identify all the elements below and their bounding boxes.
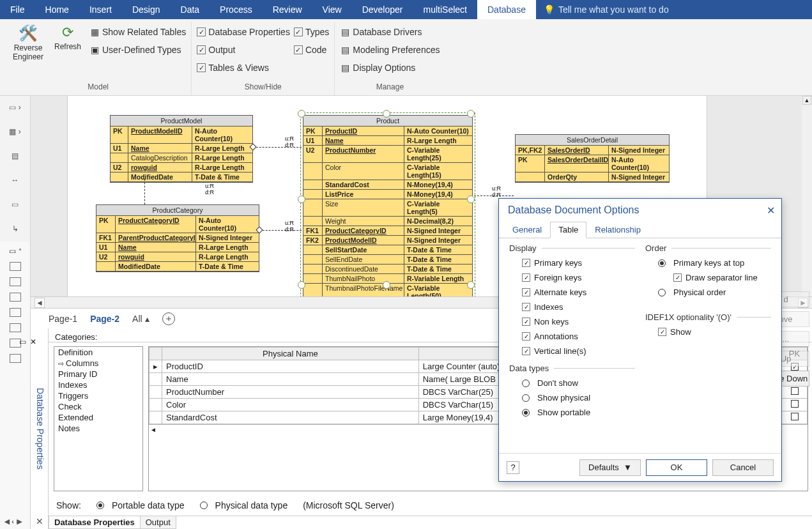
radio-show-physical[interactable]: Show physical [522, 393, 635, 402]
check-draw-separator[interactable]: ✓Draw separator line [673, 273, 771, 282]
entity-cell [303, 274, 323, 284]
reverse-engineer-button[interactable]: 🛠️ Reverse Engineer [10, 22, 46, 61]
menu-view[interactable]: View [312, 0, 352, 19]
toggle-tables-views[interactable]: ✓Tables & Views [197, 60, 290, 75]
tab-general[interactable]: General [504, 222, 550, 238]
category-item[interactable]: Definition [54, 347, 142, 358]
relationship-line[interactable] [144, 179, 145, 204]
entity-cell: C-Variable Length(25) [404, 146, 472, 163]
check-foreign-keys[interactable]: ✓Foreign keys [522, 273, 635, 282]
defaults-dropdown[interactable]: Defaults ▼ [579, 459, 641, 476]
menu-review[interactable]: Review [263, 0, 312, 19]
menu-home[interactable]: Home [35, 0, 79, 19]
category-item[interactable]: Primary ID [54, 369, 142, 379]
add-page-button[interactable]: ＋ [162, 312, 175, 325]
check-annotations[interactable]: ✓Annotations [522, 332, 635, 341]
radio-show-portable[interactable]: Show portable [522, 408, 635, 417]
shape-thumbnail[interactable] [10, 277, 21, 286]
pane-collapse-icon[interactable]: ▭ [19, 337, 26, 346]
show-related-tables-button[interactable]: ▦Show Related Tables [89, 24, 186, 40]
menu-multiselect[interactable]: multiSelect [413, 0, 477, 19]
menu-data[interactable]: Data [171, 0, 210, 19]
scroll-left-icon[interactable]: ◄ [34, 298, 45, 308]
view-tool[interactable]: ▭ [8, 198, 23, 211]
relationship-tool[interactable]: ↔ [8, 174, 23, 187]
chevron-up-icon[interactable]: ˄ [19, 248, 22, 255]
entity-product[interactable]: Product PKProductIDN-Auto Counter(10)U1N… [303, 115, 473, 296]
shapes-toggle-icon[interactable]: ▭ [9, 247, 16, 256]
category-item[interactable]: Notes [54, 423, 142, 434]
tab-database-properties[interactable]: Database Properties [49, 516, 141, 529]
scroll-up-icon[interactable]: ▲ [802, 96, 811, 105]
menu-design[interactable]: Design [122, 0, 171, 19]
shape-thumbnail[interactable] [10, 262, 21, 271]
check-alternate-keys[interactable]: ✓Alternate keys [522, 288, 635, 297]
check-non-keys[interactable]: ✓Non keys [522, 317, 635, 326]
entity-cell: R-Large Length [404, 136, 472, 146]
modeling-preferences-button[interactable]: ▤Modeling Preferences [340, 42, 440, 57]
close-icon[interactable]: ✕ [767, 204, 775, 217]
category-item[interactable]: Indexes [54, 379, 142, 390]
tab-table[interactable]: Table [550, 222, 586, 238]
tab-output[interactable]: Output [140, 516, 176, 529]
page-tab-all[interactable]: All ▴ [132, 314, 149, 324]
shape-thumbnail[interactable] [10, 323, 21, 332]
shape-thumbnail[interactable] [10, 293, 21, 302]
check-idef-show[interactable]: ✓Show [658, 327, 771, 337]
menu-insert[interactable]: Insert [79, 0, 122, 19]
tab-relationship[interactable]: Relationship [586, 222, 649, 238]
entity-cell: N-Money(19,4) [404, 180, 472, 190]
toggle-code[interactable]: ✓Code [294, 42, 329, 57]
table-tool[interactable]: ▤ [8, 150, 23, 162]
shape-thumbnail[interactable] [10, 308, 21, 317]
radio-portable[interactable]: Portable data type [96, 500, 185, 510]
next-page-icon[interactable]: ► [15, 516, 24, 526]
pointer-tool[interactable]: ▭ › [8, 101, 23, 114]
entity-productmodel[interactable]: ProductModel PKProductModelIDN-Auto Coun… [110, 115, 253, 183]
connector-tool[interactable]: ↳ [8, 222, 23, 235]
radio-physical-order[interactable]: Physical order [658, 288, 771, 297]
page-tab-1[interactable]: Page-1 [49, 314, 77, 324]
menu-developer[interactable]: Developer [352, 0, 413, 19]
cancel-button[interactable]: Cancel [712, 459, 774, 476]
tell-me[interactable]: 💡 Tell me what you want to do [536, 0, 669, 19]
vertical-scrollbar[interactable]: ▲ [802, 96, 812, 296]
toggle-output[interactable]: ✓Output [197, 42, 290, 57]
radio-dont-show[interactable]: Don't show [522, 378, 635, 388]
category-item[interactable]: Columns [54, 358, 142, 369]
prev-page-icon[interactable]: ◄ [3, 516, 11, 526]
entity-productcategory[interactable]: ProductCategory PKProductCategoryIDN-Aut… [96, 204, 259, 272]
page-tab-2[interactable]: Page-2 [90, 314, 119, 324]
menu-database[interactable]: Database [477, 0, 536, 19]
category-item[interactable]: Extended [54, 412, 142, 423]
close-pane-icon[interactable]: ✕ [36, 516, 43, 526]
close-icon[interactable]: ✕ [30, 337, 36, 346]
database-drivers-button[interactable]: ▤Database Drivers [340, 24, 440, 40]
menu-file[interactable]: File [0, 0, 35, 19]
relationship-line[interactable] [253, 147, 302, 148]
display-options-button[interactable]: ▤Display Options [340, 60, 440, 75]
toggle-db-properties[interactable]: ✓Database Properties [197, 24, 290, 40]
properties-footer: Show: Portable data type Physical data t… [49, 495, 812, 516]
entity-tool[interactable]: ▦ › [8, 125, 23, 138]
entity-salesorderdetail[interactable]: SalesOrderDetail PK,FK2SalesOrderIDN-Sig… [515, 134, 670, 183]
check-primary-keys[interactable]: ✓Primary keys [522, 258, 635, 268]
shape-thumbnail[interactable] [10, 354, 21, 363]
refresh-button[interactable]: ⟳ Refresh [50, 22, 86, 51]
relationship-line[interactable] [259, 230, 302, 231]
check-vertical-lines[interactable]: ✓Vertical line(s) [522, 346, 635, 356]
check-indexes[interactable]: ✓Indexes [522, 302, 635, 312]
entity-cell [303, 245, 323, 255]
entity-cell: N-Signed Integer [404, 226, 472, 236]
category-item[interactable]: Check [54, 401, 142, 412]
radio-physical[interactable]: Physical data type [200, 500, 288, 510]
entity-cell: OrderQty [545, 172, 609, 182]
entity-cell: rowguid [128, 163, 192, 172]
radio-pk-at-top[interactable]: Primary keys at top [658, 258, 771, 268]
toggle-types[interactable]: ✓Types [294, 24, 329, 40]
menu-process[interactable]: Process [210, 0, 263, 19]
ok-button[interactable]: OK [646, 459, 707, 476]
help-icon[interactable]: ? [507, 461, 519, 474]
user-defined-types-button[interactable]: ▣User-Defined Types [89, 42, 186, 57]
category-item[interactable]: Triggers [54, 390, 142, 401]
